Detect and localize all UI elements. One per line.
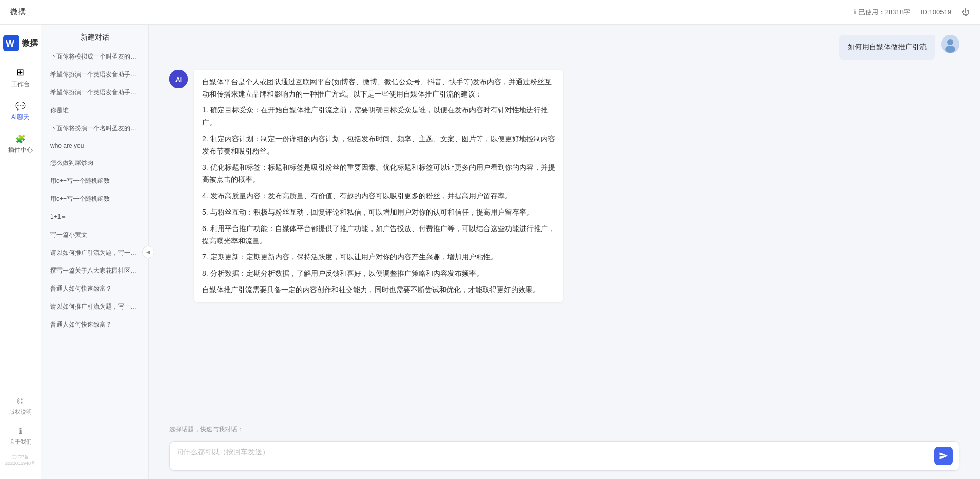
history-item[interactable]: 希望你扮演一个英语发音助手，我提供给你... — [45, 66, 144, 83]
logo-text: 微撰 — [22, 38, 38, 49]
ai-para-9: 自媒体推广引流需要具备一定的内容创作和社交能力，同时也需要不断尝试和优化，才能取… — [202, 284, 555, 296]
history-item[interactable]: 写一篇小黄文 — [45, 226, 144, 243]
info-icon: ℹ — [854, 8, 856, 16]
send-button[interactable] — [934, 447, 953, 465]
ai-para-7: 7. 定期更新：定期更新内容，保持活跃度，可以让用户对你的内容产生兴趣，增加用户… — [202, 251, 555, 263]
ai-message-bubble: 自媒体平台是个人或团队通过互联网平台(如博客、微博、微信公众号、抖音、快手等)发… — [194, 70, 563, 302]
history-item[interactable]: 普通人如何快速致富？ — [45, 316, 144, 333]
history-item[interactable]: 撰写一篇关于八大家花园社区一刻钟便民生... — [45, 262, 144, 279]
quick-topics-label: 选择话题，快速与我对话： — [169, 426, 243, 433]
ai-para-3: 3. 优化标题和标签：标题和标签是吸引粉丝的重要因素。优化标题和标签可以让更多的… — [202, 162, 555, 186]
user-avatar-icon — [941, 35, 959, 53]
history-item[interactable]: 你是谁 — [45, 102, 144, 119]
ai-para-1: 1. 确定目标受众：在开始自媒体推广引流之前，需要明确目标受众是谁，以便在发布内… — [202, 104, 555, 129]
copyright-label: 版权说明 — [9, 408, 32, 416]
aichat-label: AI聊天 — [11, 113, 29, 122]
history-item[interactable]: 希望你扮演一个英语发音助手，我提供给你... — [45, 84, 144, 101]
message-row-ai: AI 自媒体平台是个人或团队通过互联网平台(如博客、微博、微信公众号、抖音、快手… — [169, 70, 959, 302]
history-item[interactable]: 1+1＝ — [45, 208, 144, 225]
ai-para-2: 2. 制定内容计划：制定一份详细的内容计划，包括发布时间、频率、主题、文案、图片… — [202, 133, 555, 158]
history-item[interactable]: 请以如何推广引流为题，写一篇大纲 — [45, 298, 144, 315]
history-item[interactable]: 怎么做狗屎炒肉 — [45, 155, 144, 171]
sidebar-item-plugins[interactable]: 🧩 插件中心 — [0, 129, 41, 160]
collapse-sidebar-button[interactable]: ◀ — [142, 246, 154, 258]
history-item[interactable]: 用c++写一个随机函数 — [45, 173, 144, 189]
workbench-icon: ⊞ — [16, 67, 24, 78]
ai-para-8: 8. 分析数据：定期分析数据，了解用户反馈和喜好，以便调整推广策略和内容发布频率… — [202, 267, 555, 280]
user-avatar — [941, 35, 959, 53]
topbar: 微撰 ℹ 已使用：28318字 ID:100519 ⏻ — [0, 0, 980, 25]
history-sidebar: 新建对话 下面你将模拟成一个叫圣友的程序员，我说... 希望你扮演一个英语发音助… — [41, 25, 149, 479]
topbar-right: ℹ 已使用：28318字 ID:100519 ⏻ — [854, 8, 970, 17]
history-item[interactable]: 下面你将模拟成一个叫圣友的程序员，我说... — [45, 48, 144, 65]
power-icon[interactable]: ⏻ — [962, 8, 970, 17]
usage-label: 已使用：28318字 — [858, 8, 910, 17]
ai-para-5: 5. 与粉丝互动：积极与粉丝互动，回复评论和私信，可以增加用户对你的认可和信任，… — [202, 206, 555, 219]
main-layout: W 微撰 ⊞ 工作台 💬 AI聊天 🧩 插件中心 © 版权说明 — [0, 25, 980, 479]
usage-info: ℹ 已使用：28318字 — [854, 8, 910, 17]
history-item[interactable]: 请以如何推广引流为题，写一篇大纲 — [45, 244, 144, 261]
input-box — [169, 441, 959, 471]
aichat-icon: 💬 — [15, 101, 26, 111]
history-item[interactable]: 下面你将扮演一个名叫圣友的医生 — [45, 120, 144, 137]
about-label: 关于我们 — [9, 438, 32, 446]
icp-text: 京ICP备2022015948号 — [0, 452, 41, 469]
about-icon: ℹ — [19, 426, 22, 436]
ai-para-6: 6. 利用平台推广功能：自媒体平台都提供了推广功能，如广告投放、付费推广等，可以… — [202, 223, 555, 247]
copyright-icon: © — [17, 397, 24, 406]
ai-para-4: 4. 发布高质量内容：发布高质量、有价值、有趣的内容可以吸引更多的粉丝，并提高用… — [202, 190, 555, 202]
logo-area: W 微撰 — [3, 30, 38, 62]
svg-text:W: W — [6, 39, 14, 49]
svg-text:AI: AI — [175, 76, 182, 83]
sidebar-item-workbench[interactable]: ⊞ 工作台 — [0, 62, 41, 94]
message-row-user: 如何用自媒体做推广引流 — [169, 35, 959, 60]
chat-messages: 如何用自媒体做推广引流 AI — [149, 25, 980, 421]
nav-bottom: © 版权说明 ℹ 关于我们 京ICP备2022015948号 — [0, 393, 41, 474]
history-item[interactable]: who are you — [45, 138, 144, 154]
history-item[interactable]: 普通人如何快速致富？ — [45, 280, 144, 297]
sidebar-item-aichat[interactable]: 💬 AI聊天 — [0, 96, 41, 127]
history-list: 下面你将模拟成一个叫圣友的程序员，我说... 希望你扮演一个英语发音助手，我提供… — [41, 46, 148, 479]
ai-para-0: 自媒体平台是个人或团队通过互联网平台(如博客、微博、微信公众号、抖音、快手等)发… — [202, 76, 555, 101]
svg-point-3 — [947, 39, 953, 45]
chat-area: 如何用自媒体做推广引流 AI — [149, 25, 980, 479]
chat-input[interactable] — [176, 447, 930, 465]
ai-avatar-icon: AI — [169, 70, 188, 88]
topbar-title: 微撰 — [10, 7, 26, 17]
id-label: ID:100519 — [920, 8, 951, 16]
user-message-text: 如何用自媒体做推广引流 — [848, 43, 927, 51]
quick-topics: 选择话题，快速与我对话： — [149, 421, 980, 436]
history-item[interactable]: 用c++写一个随机函数 — [45, 190, 144, 207]
plugins-icon: 🧩 — [15, 134, 26, 144]
logo-icon: W — [3, 35, 19, 51]
svg-point-4 — [945, 46, 955, 53]
new-chat-button[interactable]: 新建对话 — [41, 25, 148, 46]
ai-avatar: AI — [169, 70, 188, 88]
workbench-label: 工作台 — [11, 80, 30, 89]
left-nav: W 微撰 ⊞ 工作台 💬 AI聊天 🧩 插件中心 © 版权说明 — [0, 25, 41, 479]
plugins-label: 插件中心 — [8, 146, 33, 155]
sidebar-item-about[interactable]: ℹ 关于我们 — [0, 422, 41, 450]
user-message-bubble: 如何用自媒体做推广引流 — [839, 35, 935, 60]
send-icon — [939, 451, 948, 461]
sidebar-item-copyright[interactable]: © 版权说明 — [0, 393, 41, 420]
input-area — [149, 436, 980, 479]
nav-items: ⊞ 工作台 💬 AI聊天 🧩 插件中心 — [0, 62, 41, 393]
